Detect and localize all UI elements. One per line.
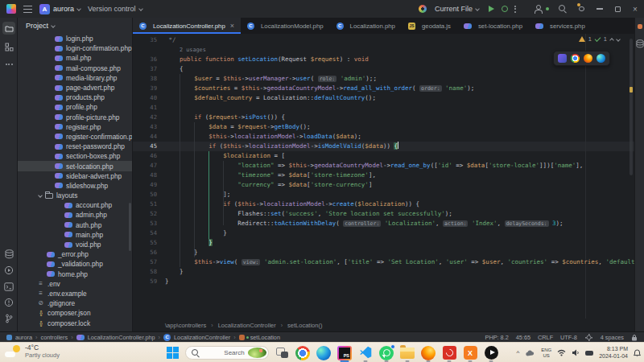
tree-item-profile-php[interactable]: profile.php	[18, 102, 132, 112]
wifi-icon[interactable]	[557, 349, 566, 356]
firefox-browser-icon[interactable]	[584, 54, 592, 63]
speaker-icon[interactable]	[572, 349, 580, 356]
notification-dot-icon[interactable]	[638, 24, 642, 29]
services-tool-icon[interactable]	[2, 264, 15, 277]
next-problem-icon[interactable]	[616, 37, 621, 42]
tree-item-home-php[interactable]: home.php	[18, 269, 132, 279]
tree-item-void-php[interactable]: void.php	[18, 240, 132, 249]
maximize-button[interactable]	[609, 0, 626, 18]
encoding-widget[interactable]: UTF-8	[560, 334, 577, 341]
indent-widget[interactable]: 4 spaces	[601, 334, 624, 341]
project-tree-scrollbar[interactable]	[129, 203, 131, 251]
database-tool-icon[interactable]	[635, 37, 644, 50]
project-tool-icon[interactable]	[2, 22, 15, 35]
builtin-preview-icon[interactable]	[558, 54, 567, 63]
task-view-button[interactable]	[274, 345, 290, 361]
taskbar-app-chrome[interactable]	[295, 345, 311, 361]
tree-item--error-php[interactable]: _error.php	[18, 249, 132, 259]
editor-scrollbar[interactable]	[630, 39, 633, 175]
close-tab-icon[interactable]: ×	[230, 22, 234, 30]
onedrive-cloud-icon[interactable]	[525, 350, 535, 356]
edge-browser-icon[interactable]	[597, 54, 605, 63]
tree-item-layouts[interactable]: layouts	[18, 191, 132, 200]
inspections-widget[interactable]: 1 1	[579, 35, 620, 43]
project-panel-header[interactable]: Project	[18, 18, 132, 34]
status-crumb-aurora[interactable]: aurora	[6, 334, 32, 341]
run-config-selector[interactable]: Current File	[435, 5, 479, 13]
line-separator-widget[interactable]: CRLF	[538, 334, 553, 341]
tree-item-mail-php[interactable]: mail.php	[18, 53, 132, 63]
caret-position-widget[interactable]: 45:65	[516, 334, 530, 341]
search-everywhere-icon[interactable]	[559, 5, 567, 13]
tree-item-composer-lock[interactable]: {}composer.lock	[18, 318, 132, 327]
project-widget[interactable]: A aurora	[39, 4, 80, 14]
tree-item-page-advert-php[interactable]: page-advert.php	[18, 83, 132, 93]
taskbar-app-whatsapp[interactable]	[378, 345, 394, 361]
taskbar-app-xampp[interactable]: X	[462, 345, 478, 361]
tree-item--env[interactable]: ≡.env	[18, 279, 132, 289]
tree-item-login-confirmation-php[interactable]: login-confirmation.php	[18, 43, 132, 53]
problems-tool-icon[interactable]	[2, 296, 15, 309]
taskbar-app-explorer[interactable]	[399, 345, 415, 361]
breadcrumb-segment[interactable]: setLocation()	[287, 322, 322, 329]
gear-icon[interactable]	[585, 334, 592, 341]
terminal-tool-icon[interactable]	[2, 280, 15, 293]
warning-stripe-mark[interactable]	[630, 87, 633, 93]
tree-item-account-php[interactable]: account.php	[18, 200, 132, 210]
language-indicator[interactable]: ENG US	[541, 348, 551, 358]
tree-item-media-library-php[interactable]: media-library.php	[18, 73, 132, 83]
status-crumb-setlocation[interactable]: setLocation	[239, 334, 280, 341]
debug-icon[interactable]	[502, 6, 508, 12]
code-editor[interactable]: 35 */ 2 usages36 public function setLoca…	[133, 34, 634, 319]
taskbar-app-phpstorm[interactable]	[336, 345, 353, 361]
tree-item--validation-php[interactable]: _validation.php	[18, 259, 132, 269]
taskbar-app-vscode[interactable]	[357, 345, 374, 361]
taskbar-search[interactable]: Search	[185, 346, 269, 360]
php-version-widget[interactable]: PHP: 8.2	[485, 334, 509, 341]
taskbar-app-acrobat[interactable]	[441, 345, 457, 361]
breadcrumb-segment[interactable]: LocalizationController	[218, 322, 276, 329]
notification-bell-icon[interactable]	[634, 349, 641, 357]
taskbar-app-player[interactable]	[483, 345, 499, 361]
git-branch-tool-icon[interactable]	[2, 312, 15, 325]
more-tools-icon[interactable]	[2, 58, 15, 71]
prev-problem-icon[interactable]	[609, 38, 614, 43]
tree-item-main-php[interactable]: main.php	[18, 230, 132, 240]
code-with-me-icon[interactable]	[534, 5, 543, 13]
settings-gear-icon[interactable]	[577, 5, 586, 14]
weather-widget[interactable]: -4°C Partly cloudy	[5, 344, 60, 359]
lock-icon[interactable]	[631, 334, 638, 341]
clock-widget[interactable]: 8:13 PM 2024-01-04	[599, 346, 628, 360]
status-crumb-localizationcontroller[interactable]: CLocalizationController	[163, 334, 230, 341]
breadcrumb-segment[interactable]: \app\controllers	[165, 322, 206, 329]
tab-localizationcontroller-php[interactable]: CLocalizationController.php×	[133, 18, 241, 34]
tab-localization-php[interactable]: CLocalization.php	[330, 18, 402, 34]
main-menu-icon[interactable]	[23, 6, 32, 13]
taskbar-app-edge[interactable]	[316, 345, 332, 361]
minimize-button[interactable]	[591, 0, 609, 18]
tab-set-location-php[interactable]: set-location.php	[457, 18, 529, 34]
close-button[interactable]: ×	[626, 0, 644, 18]
plugin-icon[interactable]	[419, 5, 427, 13]
tree-item-slideshow-php[interactable]: slideshow.php	[18, 181, 132, 191]
chevron-down-icon[interactable]	[38, 193, 43, 198]
status-crumb-controllers[interactable]: controllers	[41, 334, 68, 341]
tree-item-sidebar-advert-php[interactable]: sidebar-advert.php	[18, 171, 132, 181]
database-tool-icon[interactable]	[2, 248, 15, 261]
tree-item-composer-json[interactable]: {}composer.json	[18, 308, 132, 318]
structure-tool-icon[interactable]	[2, 40, 15, 53]
more-actions-icon[interactable]	[514, 6, 516, 13]
tree-item-set-location-php[interactable]: set-location.php	[18, 161, 132, 171]
tree-item-admin-php[interactable]: admin.php	[18, 210, 132, 220]
taskbar-app-firefox[interactable]	[420, 345, 436, 361]
tree-item-auth-php[interactable]: auth.php	[18, 220, 132, 230]
start-button[interactable]	[164, 345, 180, 361]
tree-item-mail-compose-php[interactable]: mail-compose.php	[18, 64, 132, 73]
tab-localizationmodel-php[interactable]: CLocalizationModel.php	[241, 18, 330, 34]
tree-item-reset-password-php[interactable]: reset-password.php	[18, 142, 132, 151]
tab-services-php[interactable]: services.php	[529, 18, 592, 34]
chrome-browser-icon[interactable]	[571, 54, 580, 63]
tree-item--env-example[interactable]: ≡.env.example	[18, 289, 132, 298]
tree-item-register-confirmation-php[interactable]: register-confirmation.php	[18, 132, 132, 142]
vcs-widget[interactable]: Version control	[88, 5, 142, 13]
